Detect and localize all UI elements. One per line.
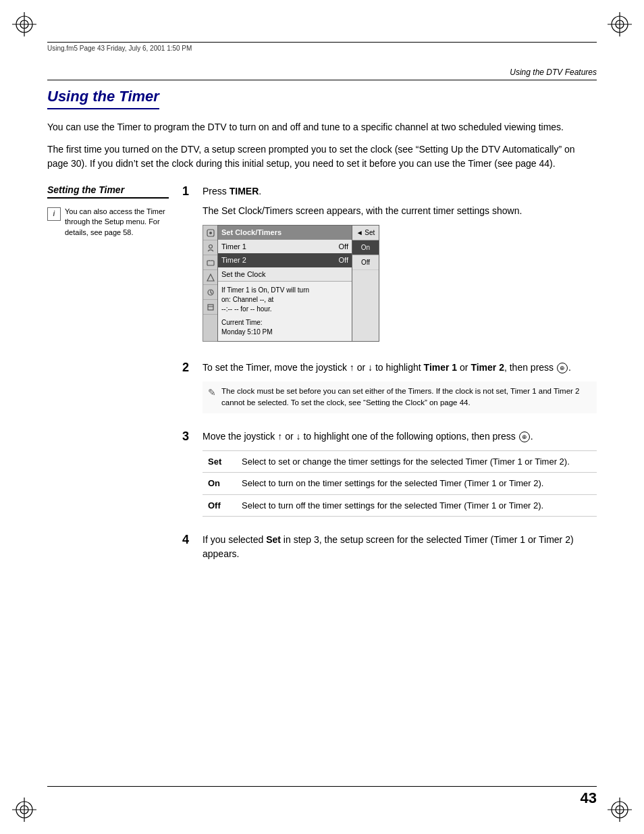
corner-mark-tl [12, 12, 36, 36]
screen-info: If Timer 1 is On, DTV will turn on: Chan… [218, 281, 352, 341]
subsection-title-text: Setting the Timer [47, 184, 124, 195]
option-on-desc: Select to turn on the timer settings for… [236, 473, 597, 495]
step-3-content: Move the joystick ↑ or ↓ to highlight on… [203, 429, 597, 524]
screen-title-bar: Set Clock/Timers [218, 226, 352, 240]
step-2: 2 To set the Timer, move the joystick ↑ … [182, 361, 597, 420]
screen-row-timer1: Timer 1Off [218, 240, 352, 254]
main-content: Using the Timer You can use the Timer to… [47, 88, 597, 780]
step-1: 1 Press TIMER. The Set Clock/Timers scre… [182, 184, 597, 351]
options-table: Set Select to set or change the timer se… [203, 450, 597, 517]
step-1-subtext: The Set Clock/Timers screen appears, wit… [203, 204, 597, 218]
screen-mockup: Set Clock/Timers Timer 1Off Timer 2Off S… [203, 225, 597, 342]
corner-mark-tr [608, 12, 632, 36]
screen-box: Set Clock/Timers Timer 1Off Timer 2Off S… [217, 225, 352, 342]
step-1-number: 1 [182, 184, 196, 351]
svg-rect-19 [207, 261, 214, 265]
tip-note: i You can also access the Timer through … [47, 207, 169, 238]
screen-row-clock: Set the Clock [218, 267, 352, 282]
option-off-desc: Select to turn off the timer settings fo… [236, 494, 597, 517]
option-on-label: On [203, 473, 236, 495]
screen-icon-6 [203, 300, 218, 315]
step-1-text: Press TIMER. [203, 184, 597, 199]
sidebar-off: Off [352, 255, 379, 270]
tip-icon-label: i [53, 209, 55, 219]
screen-row-timer2: Timer 2Off [218, 253, 352, 267]
file-info-text: Using.fm5 Page 43 Friday, July 6, 2001 1… [47, 45, 192, 52]
step-1-content: Press TIMER. The Set Clock/Timers screen… [203, 184, 597, 351]
page-header: Using the DTV Features [47, 68, 597, 80]
subsection-title: Setting the Timer [47, 184, 169, 199]
step-2-note-text: The clock must be set before you can set… [221, 387, 580, 407]
step-4-number: 4 [182, 533, 196, 567]
section-title-text: Using the Timer [47, 88, 159, 105]
screen-icon-4 [203, 270, 218, 285]
screen-icon-1 [203, 226, 218, 240]
intro-block: You can use the Timer to program the DTV… [47, 120, 597, 171]
svg-rect-26 [208, 305, 213, 310]
option-set-label: Set [203, 450, 236, 473]
step-4-content: If you selected Set in step 3, the setup… [203, 533, 597, 567]
section-title: Using the Timer [47, 88, 159, 109]
corner-mark-br [608, 798, 632, 822]
option-off-label: Off [203, 494, 236, 517]
option-set-row: Set Select to set or change the timer se… [203, 450, 597, 473]
sidebar-on: On [352, 240, 379, 255]
svg-line-25 [211, 292, 212, 294]
screen-icons-strip [203, 225, 217, 342]
left-column: Setting the Timer i You can also access … [47, 184, 182, 576]
page-number: 43 [581, 789, 597, 807]
screen-icon-2 [203, 240, 218, 255]
step-2-content: To set the Timer, move the joystick ↑ or… [203, 361, 597, 420]
option-off-row: Off Select to turn off the timer setting… [203, 494, 597, 517]
step-2-number: 2 [182, 361, 196, 420]
step-2-text: To set the Timer, move the joystick ↑ or… [203, 361, 597, 375]
two-column-layout: Setting the Timer i You can also access … [47, 184, 597, 576]
sidebar-set: ◄ Set [352, 226, 379, 240]
svg-marker-22 [207, 274, 214, 281]
step-4-text: If you selected Set in step 3, the setup… [203, 533, 597, 561]
tip-text: You can also access the Timer through th… [65, 207, 169, 238]
tip-icon: i [47, 207, 61, 221]
step-3: 3 Move the joystick ↑ or ↓ to highlight … [182, 429, 597, 524]
corner-mark-bl [12, 798, 36, 822]
option-set-desc: Select to set or change the timer settin… [236, 450, 597, 473]
svg-point-17 [209, 232, 212, 234]
screen-icon-3 [203, 255, 218, 270]
step-3-number: 3 [182, 429, 196, 524]
intro-p2: The first time you turned on the DTV, a … [47, 142, 597, 171]
bottom-rule [47, 786, 597, 787]
option-on-row: On Select to turn on the timer settings … [203, 473, 597, 495]
right-column: 1 Press TIMER. The Set Clock/Timers scre… [182, 184, 597, 576]
svg-point-18 [209, 244, 213, 248]
header-title: Using the DTV Features [510, 68, 597, 77]
file-metadata: Using.fm5 Page 43 Friday, July 6, 2001 1… [47, 42, 597, 52]
screen-icon-5 [203, 285, 218, 300]
step-4: 4 If you selected Set in step 3, the set… [182, 533, 597, 567]
step-2-note: The clock must be set before you can set… [203, 382, 597, 413]
intro-p1: You can use the Timer to program the DTV… [47, 120, 597, 134]
step-3-text: Move the joystick ↑ or ↓ to highlight on… [203, 429, 597, 444]
screen-sidebar: ◄ Set On Off [352, 225, 379, 342]
